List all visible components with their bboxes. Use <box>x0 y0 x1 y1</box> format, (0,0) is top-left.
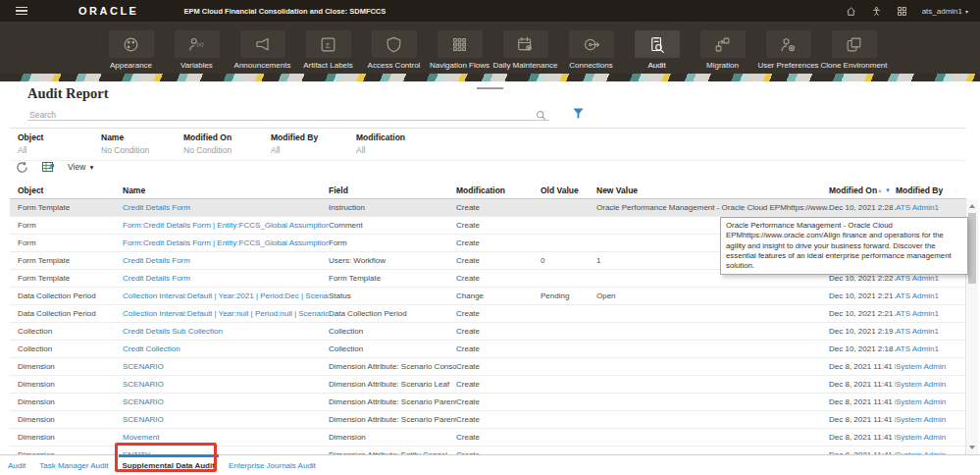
cell-modified-by[interactable]: System Admin <box>896 411 966 428</box>
accessibility-icon[interactable] <box>871 6 882 17</box>
cell-modified-by[interactable]: System Admin <box>896 376 966 393</box>
cell-name[interactable]: Form:Credit Details Form | Entity:FCCS_G… <box>123 217 329 234</box>
table-row[interactable]: DimensionSCENARIODimension Attribute: Sc… <box>10 376 966 394</box>
table-row[interactable]: DimensionSCENARIODimension Attribute: Sc… <box>10 394 966 411</box>
tab-enterprise-journals-audit[interactable]: Enterprise Journals Audit <box>225 455 320 475</box>
cell-name[interactable]: SCENARIO <box>123 394 329 410</box>
tab-audit[interactable]: Audit <box>4 455 29 475</box>
filter-value: All <box>356 145 650 155</box>
cell-field: Status <box>329 288 456 304</box>
table-row[interactable]: DimensionENTITYDimension Attribute: Enti… <box>10 447 966 454</box>
column-header-label: Old Value <box>541 185 579 195</box>
cell-name[interactable]: ENTITY <box>123 447 329 454</box>
ribbon-item-appearance[interactable]: Appearance <box>98 22 164 74</box>
cell-name[interactable]: Credit Details Form <box>123 252 329 269</box>
export-to-excel-icon[interactable] <box>41 160 55 174</box>
column-header-old-value[interactable]: Old Value <box>541 185 596 195</box>
cell-modified-by[interactable]: ATS Admin1 <box>896 288 966 304</box>
table-row[interactable]: Data Collection PeriodCollection Interva… <box>10 288 966 305</box>
ribbon-item-navigation-flows[interactable]: Navigation Flows <box>427 22 492 74</box>
cell-modified-by[interactable]: ATS Admin1 <box>896 305 966 322</box>
cell-modification: Create <box>456 429 541 446</box>
table-row[interactable]: DimensionSCENARIODimension Attribute: Sc… <box>10 411 966 429</box>
user-menu[interactable]: ats_admin1 ▾ <box>922 7 968 16</box>
table-row[interactable]: Data Collection PeriodCollection Interva… <box>10 305 966 323</box>
filter-value: No Condition <box>101 145 183 155</box>
cell-modified-by[interactable]: System Admin <box>896 429 966 446</box>
filter-modified-by[interactable]: Modified ByAll <box>271 132 356 155</box>
ribbon-item-migration[interactable]: Migration <box>690 22 755 74</box>
filter-icon[interactable] <box>572 106 585 124</box>
home-icon[interactable] <box>846 6 856 17</box>
cell-name[interactable]: Credit Collection <box>123 341 329 357</box>
column-header-field[interactable]: Field <box>329 185 456 195</box>
cell-modification: Create <box>456 358 541 375</box>
chevron-down-icon: ▼ <box>88 164 94 171</box>
column-header-object[interactable]: Object <box>10 185 123 195</box>
cell-modified-by[interactable]: System Admin <box>896 447 966 454</box>
column-header-name[interactable]: Name <box>123 185 329 195</box>
table-row[interactable]: DimensionMovementDimensionCreateDec 8, 2… <box>10 429 966 447</box>
cell-name[interactable]: Form:Credit Details Form | Entity:FCCS_G… <box>123 235 329 251</box>
filter-name[interactable]: NameNo Condition <box>101 132 183 155</box>
view-menu-label: View <box>68 162 85 172</box>
cell-modified-by[interactable]: ATS Admin1 <box>896 199 966 216</box>
column-header-modified-on[interactable]: Modified On▲▼ <box>829 185 896 195</box>
column-header-modification[interactable]: Modification <box>456 185 541 195</box>
sort-ascending-icon[interactable]: ▲ <box>877 187 883 193</box>
ribbon-item-connections[interactable]: Connections <box>558 22 624 74</box>
ribbon-item-user-preferences[interactable]: User Preferences <box>755 22 821 74</box>
search-input[interactable] <box>27 107 549 123</box>
column-header-modified-by[interactable]: Modified By <box>896 185 966 195</box>
ribbon-item-daily-maintenance[interactable]: Daily Maintenance <box>492 22 558 74</box>
cell-object: Dimension <box>10 394 123 410</box>
table-row[interactable]: CollectionCredit Details Sub CollectionC… <box>10 323 966 341</box>
ribbon-item-audit[interactable]: Audit <box>624 22 690 74</box>
ribbon-item-artifact-labels[interactable]: ΣArtifact Labels <box>295 22 361 74</box>
apps-grid-icon[interactable] <box>897 6 907 17</box>
cell-name[interactable]: Collection Interval:Default | Year:null … <box>123 305 329 322</box>
ribbon-item-clone-environment[interactable]: Clone Environment <box>821 22 887 74</box>
cell-modified-by[interactable]: ATS Admin1 <box>896 341 966 357</box>
column-header-label: Modification <box>456 185 505 195</box>
ribbon-item-variables[interactable]: (x)Variables <box>164 22 230 74</box>
search-icon[interactable] <box>536 107 546 125</box>
cell-modified-by[interactable]: System Admin <box>896 358 966 375</box>
cell-name[interactable]: Collection Interval:Default | Year:2021 … <box>123 288 329 304</box>
scrollbar-thumb[interactable] <box>968 213 976 284</box>
ribbon-item-label: Variables <box>181 61 213 70</box>
cell-name[interactable]: Credit Details Form <box>123 199 329 216</box>
table-row[interactable]: DimensionSCENARIODimension Attribute: Sc… <box>10 358 966 376</box>
collapse-handle[interactable] <box>477 87 503 89</box>
cell-field: Collection <box>329 341 456 357</box>
cell-modified-on: Dec 10, 2021 2:28 AM <box>829 199 896 216</box>
cell-name[interactable]: SCENARIO <box>123 411 329 428</box>
table-row[interactable]: CollectionCredit CollectionCollectionCre… <box>10 341 966 358</box>
cell-name[interactable]: Credit Details Sub Collection <box>123 323 329 340</box>
refresh-icon[interactable] <box>16 161 28 174</box>
table-row[interactable]: Form TemplateCredit Details FormInstruct… <box>10 199 966 217</box>
tab-task-manager-audit[interactable]: Task Manager Audit <box>35 455 112 475</box>
ribbon-item-announcements[interactable]: Announcements <box>230 22 295 74</box>
cell-name[interactable]: SCENARIO <box>123 376 329 393</box>
svg-text:(x): (x) <box>197 41 204 47</box>
column-header-new-value[interactable]: New Value <box>596 185 829 195</box>
cell-name[interactable]: SCENARIO <box>123 358 329 375</box>
topbar: ORACLE EPM Cloud Financial Consolidation… <box>0 0 980 22</box>
cell-modified-on: Dec 8, 2021 11:41 PM <box>829 429 896 446</box>
filter-modified-on[interactable]: Modified OnNo Condition <box>183 132 271 155</box>
scroll-down-arrow-icon[interactable] <box>969 446 975 449</box>
hamburger-menu-icon[interactable] <box>16 7 27 16</box>
filter-object[interactable]: ObjectAll <box>18 132 101 155</box>
ribbon-item-access-control[interactable]: Access Control <box>361 22 427 74</box>
tab-supplemental-data-audit[interactable]: Supplemental Data Audit <box>119 455 219 475</box>
cell-modified-by[interactable]: System Admin <box>896 394 966 410</box>
cell-name[interactable]: Credit Details Form <box>123 270 329 287</box>
filter-modification[interactable]: ModificationAll <box>356 132 650 155</box>
cell-field: Instruction <box>329 199 456 216</box>
cell-modified-by[interactable]: ATS Admin1 <box>896 323 966 340</box>
scroll-up-arrow-icon[interactable] <box>969 204 975 208</box>
sort-descending-icon[interactable]: ▼ <box>885 187 891 193</box>
view-menu-button[interactable]: View ▼ <box>68 162 95 172</box>
cell-name[interactable]: Movement <box>123 429 329 446</box>
